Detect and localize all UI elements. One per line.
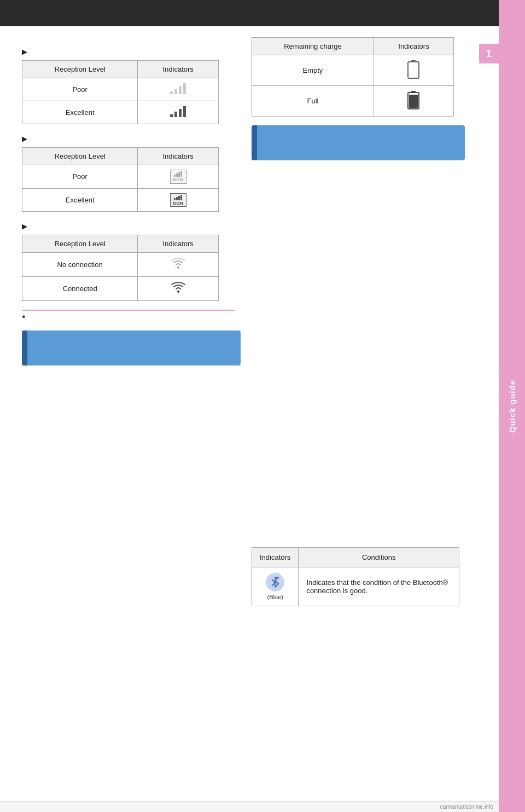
section2-row1-level: Poor [22, 165, 138, 189]
chapter-number: 1 [486, 48, 492, 60]
remaining-charge-table: Remaining charge Indicators Empty Full [252, 37, 454, 117]
svg-point-8 [177, 266, 179, 269]
table-row: Full [252, 86, 454, 117]
bt-row1-icon-cell: (Blue) [252, 567, 299, 606]
charge-col2-header: Indicators [374, 38, 453, 55]
section2-row2-level: Excellent [22, 188, 138, 212]
svg-rect-0 [170, 91, 173, 94]
section3-row2-level: Connected [22, 277, 138, 301]
table-row: Connected [22, 277, 219, 301]
bt-col2-header: Conditions [299, 548, 459, 567]
table-row: No connection [22, 253, 219, 277]
bt-icon-label: (Blue) [267, 594, 283, 600]
info-box-left-text [27, 338, 42, 358]
sidebar-label: Quick guide [508, 380, 517, 433]
dcm-excellent-icon: DCM [170, 193, 186, 207]
signal-poor-icon [169, 83, 188, 95]
svg-point-9 [177, 291, 179, 293]
chapter-badge: 1 [479, 44, 499, 63]
section2-header: ▶ [22, 134, 241, 143]
table-row: Empty [252, 55, 454, 86]
section3-table: Reception Level Indicators No connection [22, 235, 219, 301]
info-box-right [252, 125, 465, 160]
section2-bullet: ▶ [22, 135, 27, 143]
section3-row2-icon [138, 277, 219, 301]
svg-rect-3 [183, 83, 186, 94]
section3-header: ▶ [22, 222, 241, 230]
section3-col2-header: Indicators [138, 235, 219, 253]
section1-col1-header: Reception Level [22, 61, 138, 78]
right-sidebar: Quick guide [499, 0, 525, 812]
section1-table: Reception Level Indicators Poor Exc [22, 60, 219, 124]
table-row: Excellent DCM [22, 188, 219, 212]
svg-rect-5 [174, 112, 177, 117]
wifi-connected-icon [170, 281, 187, 294]
charge-row2-level: Full [252, 86, 374, 117]
section2-col1-header: Reception Level [22, 148, 138, 165]
section1-row2-level: Excellent [22, 101, 138, 124]
section1-row1-level: Poor [22, 78, 138, 101]
section1-row1-icon [138, 78, 219, 101]
section2-table: Reception Level Indicators Poor DCM [22, 147, 219, 212]
dot-note: ● [22, 313, 241, 320]
battery-full-icon [407, 90, 420, 110]
section3-bullet: ▶ [22, 222, 27, 230]
svg-rect-1 [174, 89, 177, 94]
table-row: Poor DCM [22, 165, 219, 189]
section-divider [22, 310, 235, 311]
svg-rect-4 [170, 114, 173, 117]
section1-row2-icon [138, 101, 219, 124]
section2-row2-icon: DCM [138, 188, 219, 212]
section3-row1-icon [138, 253, 219, 277]
charge-row1-icon [374, 55, 453, 86]
bluetooth-icon [266, 573, 284, 591]
bluetooth-table: Indicators Conditions (Blue) [252, 547, 459, 606]
table-row: (Blue) Indicates that the condition of t… [252, 567, 459, 606]
svg-rect-14 [409, 95, 418, 108]
section3-col1-header: Reception Level [22, 235, 138, 253]
charge-row2-icon [374, 86, 453, 117]
bottom-logo: carmanualsonline.info [440, 804, 493, 810]
svg-rect-11 [408, 62, 419, 78]
svg-rect-2 [179, 86, 182, 94]
section1-col2-header: Indicators [138, 61, 219, 78]
top-bar [0, 0, 499, 26]
info-box-left [22, 330, 241, 366]
info-box-right-bar [252, 125, 257, 160]
section1-header: ▶ [22, 47, 241, 56]
info-box-right-text [257, 125, 274, 160]
table-row: Poor [22, 78, 219, 101]
svg-rect-6 [179, 109, 182, 117]
table-row: Excellent [22, 101, 219, 124]
bluetooth-symbol [270, 576, 280, 588]
svg-rect-7 [183, 106, 186, 117]
section3-row1-level: No connection [22, 253, 138, 277]
bt-row1-condition: Indicates that the condition of the Blue… [299, 567, 459, 606]
battery-empty-icon [407, 60, 420, 79]
charge-row1-level: Empty [252, 55, 374, 86]
signal-excellent-icon [169, 106, 188, 118]
section1-bullet: ▶ [22, 48, 27, 56]
dcm-poor-icon: DCM [170, 170, 186, 184]
info-box-left-bar [22, 330, 27, 366]
section2-row1-icon: DCM [138, 165, 219, 189]
section2-col2-header: Indicators [138, 148, 219, 165]
bottom-bar: carmanualsonline.info [0, 801, 499, 812]
wifi-low-icon [170, 257, 187, 270]
charge-col1-header: Remaining charge [252, 38, 374, 55]
bt-col1-header: Indicators [252, 548, 299, 567]
